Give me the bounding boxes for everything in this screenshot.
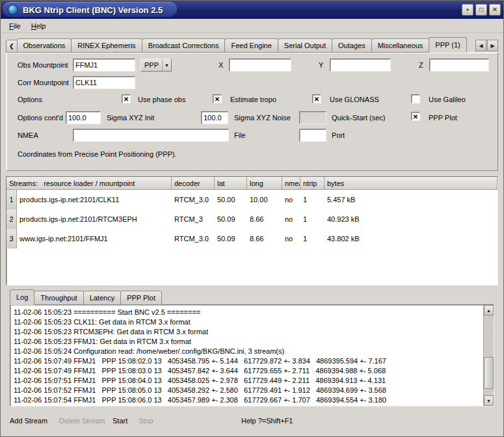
obs-mountpoint-label: Obs Mountpoint	[18, 61, 68, 69]
cell-mountpoint: products.igs-ip.net:2101/CLK11	[17, 190, 172, 209]
cell-mountpoint: products.igs-ip.net:2101/RTCM3EPH	[17, 209, 172, 229]
close-icon: ✕	[492, 7, 497, 13]
stop-button[interactable]: Stop	[139, 417, 153, 425]
log-line: 11-02-06 15:07:54 FFMJ1 PPP 15:08:06.0 1…	[14, 395, 482, 405]
cell-bytes: 5.457 kB	[325, 190, 497, 209]
ppp-description: Coordinates from Precise Point Positioni…	[18, 150, 177, 158]
estimate-tropo-label: Estimate tropo	[230, 96, 276, 103]
tab-scrollers: ◀ ▶	[475, 40, 498, 51]
sigma-xyz-init-input[interactable]	[66, 111, 101, 124]
cell-lat: 50.00	[215, 190, 247, 209]
col-header-long[interactable]: long	[247, 177, 282, 190]
col-header-nmea[interactable]: nmea	[282, 177, 300, 190]
options-label: Options	[18, 96, 42, 103]
title-capsule: BKG Ntrip Client (BNC) Version 2.5	[3, 2, 177, 18]
corr-mountpoint-label: Corr Mountpoint	[18, 79, 69, 86]
scroll-down-button[interactable]: ▼	[484, 395, 494, 406]
stream-row-2[interactable]: 2 products.igs-ip.net:2101/RTCM3EPH RTCM…	[7, 209, 497, 229]
obs-mountpoint-input[interactable]	[73, 59, 135, 72]
bnc-window: BKG Ntrip Client (BNC) Version 2.5 ▪ □ ✕…	[0, 0, 504, 437]
port-label: Port	[332, 131, 345, 139]
use-phase-obs-checkbox[interactable]: ✕	[122, 94, 131, 103]
row-number: 1	[7, 190, 17, 209]
scrollbar-thumb[interactable]	[484, 357, 494, 389]
tab-observations[interactable]: Observations	[17, 38, 72, 53]
col-header-decoder[interactable]: decoder	[172, 177, 215, 190]
cell-bytes: 40.923 kB	[325, 209, 497, 229]
cell-nmea: no	[282, 229, 300, 248]
tab-scroll-prev-button[interactable]: ◀	[475, 40, 486, 51]
menu-help[interactable]: Help	[26, 20, 51, 32]
col-header-mountpoint[interactable]: Streams: resource loader / mountpoint	[7, 177, 172, 190]
tab-rinex-ephemeris[interactable]: RINEX Ephemeris	[71, 38, 142, 53]
stream-row-1[interactable]: 1 products.igs-ip.net:2101/CLK11 RTCM_3.…	[7, 190, 497, 209]
log-line: 11-02-06 15:07:49 FFMJ1 PPP 15:08:02.0 1…	[14, 356, 482, 366]
col-header-bytes[interactable]: bytes	[325, 177, 497, 190]
tab-miscellaneous[interactable]: Miscellaneous	[371, 38, 430, 53]
tab-ppp-plot[interactable]: PPP Plot	[120, 291, 162, 305]
log-output[interactable]: 11-02-06 15:05:23 ========== Start BNC v…	[10, 305, 483, 406]
ppp-plot-checkbox[interactable]: ✕	[411, 112, 420, 121]
use-phase-obs-label: Use phase obs	[138, 96, 185, 103]
tab-scroll-next-button[interactable]: ▶	[487, 40, 498, 51]
log-line: 11-02-06 15:07:49 FFMJ1 PPP 15:08:03.0 1…	[14, 366, 482, 376]
titlebar[interactable]: BKG Ntrip Client (BNC) Version 2.5 ▪ □ ✕	[1, 1, 503, 19]
options-contd-label: Options cont'd	[18, 114, 63, 122]
maximize-button[interactable]: □	[475, 4, 487, 16]
tab-latency[interactable]: Latency	[83, 291, 122, 305]
nmea-file-input[interactable]	[73, 129, 229, 142]
tab-serial-output[interactable]: Serial Output	[278, 38, 332, 53]
tab-broadcast-corrections[interactable]: Broadcast Corrections	[142, 38, 226, 53]
cell-nmea: no	[282, 190, 300, 209]
cell-long: 8.66	[247, 229, 282, 248]
close-button[interactable]: ✕	[489, 4, 501, 16]
tab-outages[interactable]: Outages	[332, 38, 372, 53]
quick-start-input[interactable]	[299, 111, 326, 124]
log-panel: 11-02-06 15:05:23 ========== Start BNC v…	[10, 304, 494, 406]
nmea-port-input[interactable]	[299, 129, 326, 142]
cell-decoder: RTCM_3	[172, 209, 215, 229]
use-glonass-checkbox[interactable]: ✕	[312, 94, 321, 103]
z-label: Z	[419, 61, 423, 69]
tab-scroll-left-icon[interactable]: ❮	[6, 40, 18, 53]
nmea-label: NMEA	[18, 131, 38, 139]
z-input[interactable]	[429, 59, 489, 72]
streams-table: Streams: resource loader / mountpoint de…	[6, 176, 498, 285]
minimize-button[interactable]: ▪	[462, 4, 473, 16]
arrow-down-icon: ▼	[486, 399, 491, 403]
chevron-down-icon: ▼	[162, 59, 171, 71]
col-header-lat[interactable]: lat	[215, 177, 247, 190]
col-header-ntrip[interactable]: ntrip	[300, 177, 325, 190]
use-galileo-label: Use Galileo	[429, 96, 466, 103]
tab-feed-engine[interactable]: Feed Engine	[224, 38, 278, 53]
delete-stream-button[interactable]: Delete Stream	[59, 417, 105, 425]
log-line: 11-02-06 15:05:23 RTCM3EPH: Get data in …	[14, 327, 482, 337]
ppp-mode-select[interactable]: PPP ▼	[140, 59, 172, 72]
cell-long: 8.66	[247, 209, 282, 229]
log-scrollbar[interactable]: ▲ ▼	[483, 305, 494, 406]
log-line: 11-02-06 15:05:23 FFMJ1: Get data in RTC…	[14, 337, 482, 347]
tab-ppp[interactable]: PPP (1)	[429, 37, 466, 53]
maximize-icon: □	[479, 7, 483, 13]
tab-log[interactable]: Log	[10, 289, 34, 305]
corr-mountpoint-input[interactable]	[73, 76, 135, 89]
arrow-up-icon: ▲	[486, 308, 491, 313]
stream-row-3[interactable]: 3 www.igs-ip.net:2101/FFMJ1 RTCM_3.0 50.…	[7, 229, 497, 248]
tab-throughput[interactable]: Throughput	[34, 291, 83, 305]
cell-mountpoint: www.igs-ip.net:2101/FFMJ1	[17, 229, 172, 248]
cell-long: 10.00	[247, 190, 282, 209]
scroll-up-button[interactable]: ▲	[484, 305, 494, 315]
add-stream-button[interactable]: Add Stream	[10, 417, 47, 425]
y-input[interactable]	[330, 59, 391, 72]
scrollbar-track[interactable]	[484, 315, 494, 395]
row-number: 2	[7, 209, 17, 229]
menu-file[interactable]: File	[4, 20, 26, 32]
use-galileo-checkbox[interactable]	[411, 94, 420, 103]
file-label: File	[234, 131, 246, 139]
start-button[interactable]: Start	[113, 417, 127, 425]
quick-start-label: Quick-Start (sec)	[332, 114, 386, 122]
cell-lat: 50.09	[215, 209, 247, 229]
sigma-xyz-noise-input[interactable]	[201, 111, 228, 124]
estimate-tropo-checkbox[interactable]: ✕	[213, 94, 222, 103]
x-input[interactable]	[229, 59, 291, 72]
